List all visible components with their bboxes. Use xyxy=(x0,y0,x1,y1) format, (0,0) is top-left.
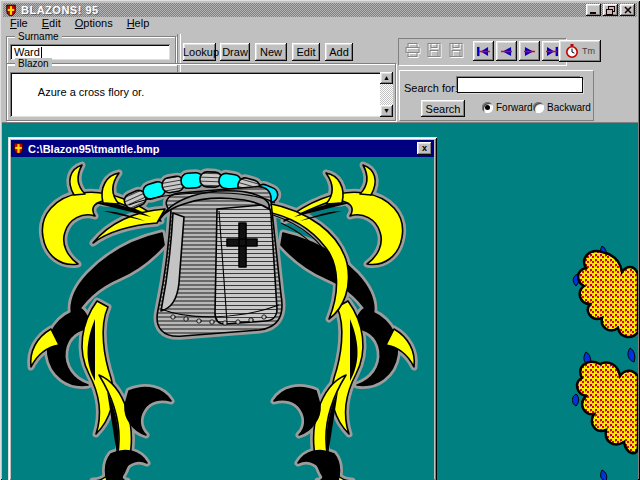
stopwatch-icon xyxy=(565,44,579,59)
gold-lion-fragment xyxy=(572,246,638,480)
mdi-client-area: C:\Blazon95\tmantle.bmp x xyxy=(2,123,638,480)
restore-button[interactable] xyxy=(603,4,618,16)
new-button[interactable]: New xyxy=(255,43,287,61)
control-panel: Surname Ward Lookup Draw New Edit Add xyxy=(2,30,638,123)
menu-edit[interactable]: Edit xyxy=(35,17,68,30)
next-record-icon xyxy=(522,46,537,57)
title-bar[interactable]: BLAZONS! 95 xyxy=(3,3,637,17)
lookup-button[interactable]: Lookup xyxy=(183,43,216,61)
previous-record-button[interactable] xyxy=(496,41,517,61)
app-window: BLAZONS! 95 File Edit Options Help Surna… xyxy=(0,0,640,480)
restore-icon xyxy=(606,6,615,15)
radio-forward[interactable]: Forward xyxy=(482,102,533,113)
surname-label: Surname xyxy=(15,31,62,42)
image-window[interactable]: C:\Blazon95\tmantle.bmp x xyxy=(8,137,437,480)
add-button[interactable]: Add xyxy=(325,43,353,61)
mantle-bitmap xyxy=(11,157,434,480)
radio-backward-circle xyxy=(533,102,544,113)
text-caret xyxy=(41,47,42,58)
scroll-down-button[interactable]: ▼ xyxy=(380,105,393,117)
blazon-textarea[interactable]: Azure a cross flory or. ▲ ▼ xyxy=(10,72,393,117)
minimize-icon xyxy=(589,6,598,14)
first-record-icon xyxy=(476,46,491,57)
timer-button[interactable]: Tm xyxy=(559,40,601,62)
previous-record-icon xyxy=(499,46,514,57)
image-window-shield-icon xyxy=(13,142,24,155)
image-window-close-button[interactable]: x xyxy=(417,142,432,155)
blazon-scrollbar[interactable]: ▲ ▼ xyxy=(380,72,393,117)
last-record-icon xyxy=(545,46,560,57)
search-panel: Search for: Search Forward Backward xyxy=(399,70,594,121)
surname-value: Ward xyxy=(14,46,40,58)
radio-backward-label: Backward xyxy=(547,102,591,113)
image-window-title: C:\Blazon95\tmantle.bmp xyxy=(28,143,417,155)
save-disk-icon[interactable] xyxy=(448,42,467,60)
first-record-button[interactable] xyxy=(473,41,494,61)
menu-file[interactable]: File xyxy=(3,17,35,30)
mantling-artwork xyxy=(11,159,434,480)
next-record-button[interactable] xyxy=(519,41,540,61)
printer-icon[interactable] xyxy=(404,42,423,60)
draw-button[interactable]: Draw xyxy=(220,43,250,61)
menu-bar: File Edit Options Help xyxy=(3,17,637,30)
icon-toolbar xyxy=(398,38,567,66)
minimize-button[interactable] xyxy=(586,4,601,16)
blazon-groupbox: Blazon Azure a cross flory or. ▲ ▼ xyxy=(6,63,396,121)
search-input[interactable] xyxy=(458,78,582,92)
menu-help[interactable]: Help xyxy=(120,17,157,30)
edit-button[interactable]: Edit xyxy=(292,43,320,61)
close-icon xyxy=(624,6,632,14)
close-button[interactable] xyxy=(620,4,635,16)
search-button[interactable]: Search xyxy=(421,100,465,117)
blazon-value: Azure a cross flory or. xyxy=(38,86,144,98)
import-disk-icon[interactable] xyxy=(426,42,445,60)
image-window-titlebar[interactable]: C:\Blazon95\tmantle.bmp x xyxy=(11,140,434,157)
timer-button-label: Tm xyxy=(582,46,595,56)
app-shield-icon xyxy=(5,4,17,17)
scroll-up-button[interactable]: ▲ xyxy=(380,72,393,84)
search-for-label: Search for: xyxy=(404,82,458,94)
window-title: BLAZONS! 95 xyxy=(21,3,99,17)
menu-options[interactable]: Options xyxy=(68,17,120,30)
radio-backward[interactable]: Backward xyxy=(533,102,591,113)
radio-forward-circle xyxy=(482,102,493,113)
radio-forward-label: Forward xyxy=(496,102,533,113)
blazon-label: Blazon xyxy=(15,58,52,69)
